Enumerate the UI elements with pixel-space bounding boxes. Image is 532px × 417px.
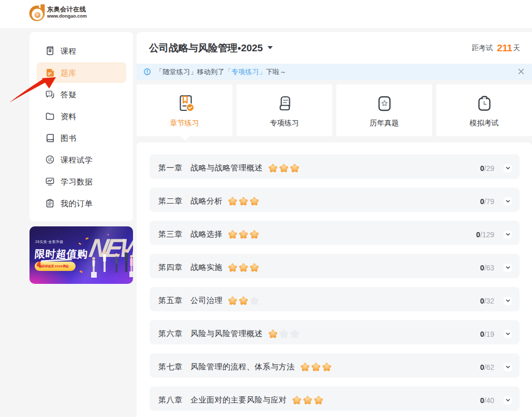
svg-text:试: 试 <box>48 157 52 162</box>
